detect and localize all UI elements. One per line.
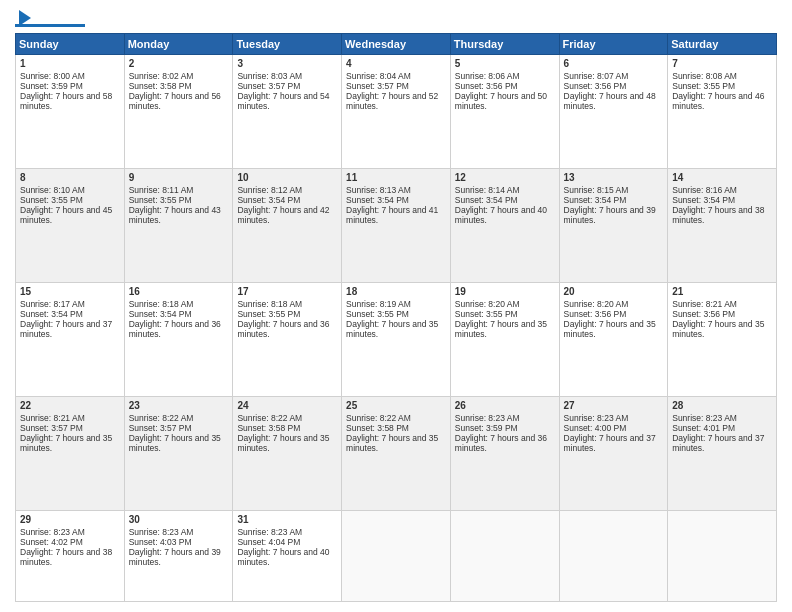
daylight-text: Daylight: 7 hours and 37 minutes. [564,433,656,453]
daylight-text: Daylight: 7 hours and 35 minutes. [346,433,438,453]
daylight-text: Daylight: 7 hours and 36 minutes. [237,319,329,339]
table-row [450,511,559,602]
day-number: 26 [455,400,555,411]
day-number: 20 [564,286,664,297]
sunset-text: Sunset: 3:55 PM [672,81,735,91]
sunset-text: Sunset: 3:56 PM [455,81,518,91]
calendar-table: Sunday Monday Tuesday Wednesday Thursday… [15,33,777,602]
daylight-text: Daylight: 7 hours and 39 minutes. [564,205,656,225]
day-number: 24 [237,400,337,411]
table-row: 14Sunrise: 8:16 AMSunset: 3:54 PMDayligh… [668,169,777,283]
sunrise-text: Sunrise: 8:03 AM [237,71,302,81]
sunrise-text: Sunrise: 8:20 AM [564,299,629,309]
sunset-text: Sunset: 3:55 PM [20,195,83,205]
day-number: 22 [20,400,120,411]
day-number: 21 [672,286,772,297]
daylight-text: Daylight: 7 hours and 43 minutes. [129,205,221,225]
daylight-text: Daylight: 7 hours and 54 minutes. [237,91,329,111]
table-row [559,511,668,602]
col-monday: Monday [124,34,233,55]
table-row: 2Sunrise: 8:02 AMSunset: 3:58 PMDaylight… [124,55,233,169]
sunset-text: Sunset: 3:55 PM [346,309,409,319]
sunset-text: Sunset: 3:55 PM [129,195,192,205]
table-row: 29Sunrise: 8:23 AMSunset: 4:02 PMDayligh… [16,511,125,602]
sunset-text: Sunset: 4:02 PM [20,537,83,547]
day-number: 8 [20,172,120,183]
sunrise-text: Sunrise: 8:02 AM [129,71,194,81]
sunset-text: Sunset: 3:57 PM [129,423,192,433]
daylight-text: Daylight: 7 hours and 35 minutes. [455,319,547,339]
daylight-text: Daylight: 7 hours and 39 minutes. [129,547,221,567]
col-saturday: Saturday [668,34,777,55]
table-row: 8Sunrise: 8:10 AMSunset: 3:55 PMDaylight… [16,169,125,283]
logo [15,10,87,27]
day-number: 14 [672,172,772,183]
table-row: 26Sunrise: 8:23 AMSunset: 3:59 PMDayligh… [450,397,559,511]
sunrise-text: Sunrise: 8:06 AM [455,71,520,81]
sunset-text: Sunset: 3:54 PM [455,195,518,205]
table-row: 15Sunrise: 8:17 AMSunset: 3:54 PMDayligh… [16,283,125,397]
sunset-text: Sunset: 3:57 PM [237,81,300,91]
day-number: 1 [20,58,120,69]
sunrise-text: Sunrise: 8:04 AM [346,71,411,81]
day-number: 18 [346,286,446,297]
table-row: 7Sunrise: 8:08 AMSunset: 3:55 PMDaylight… [668,55,777,169]
sunset-text: Sunset: 4:03 PM [129,537,192,547]
daylight-text: Daylight: 7 hours and 38 minutes. [672,205,764,225]
sunset-text: Sunset: 3:55 PM [237,309,300,319]
sunrise-text: Sunrise: 8:23 AM [672,413,737,423]
table-row: 20Sunrise: 8:20 AMSunset: 3:56 PMDayligh… [559,283,668,397]
daylight-text: Daylight: 7 hours and 46 minutes. [672,91,764,111]
day-number: 19 [455,286,555,297]
sunrise-text: Sunrise: 8:22 AM [346,413,411,423]
sunset-text: Sunset: 3:56 PM [564,309,627,319]
table-row: 23Sunrise: 8:22 AMSunset: 3:57 PMDayligh… [124,397,233,511]
sunset-text: Sunset: 3:58 PM [129,81,192,91]
sunset-text: Sunset: 3:54 PM [129,309,192,319]
table-row: 17Sunrise: 8:18 AMSunset: 3:55 PMDayligh… [233,283,342,397]
daylight-text: Daylight: 7 hours and 50 minutes. [455,91,547,111]
sunrise-text: Sunrise: 8:18 AM [129,299,194,309]
sunrise-text: Sunrise: 8:16 AM [672,185,737,195]
logo-bar [15,24,85,27]
sunset-text: Sunset: 3:54 PM [564,195,627,205]
col-friday: Friday [559,34,668,55]
daylight-text: Daylight: 7 hours and 35 minutes. [346,319,438,339]
sunset-text: Sunset: 3:54 PM [20,309,83,319]
table-row: 25Sunrise: 8:22 AMSunset: 3:58 PMDayligh… [342,397,451,511]
day-number: 3 [237,58,337,69]
daylight-text: Daylight: 7 hours and 52 minutes. [346,91,438,111]
daylight-text: Daylight: 7 hours and 37 minutes. [20,319,112,339]
daylight-text: Daylight: 7 hours and 42 minutes. [237,205,329,225]
sunrise-text: Sunrise: 8:23 AM [129,527,194,537]
sunrise-text: Sunrise: 8:23 AM [237,527,302,537]
table-row: 10Sunrise: 8:12 AMSunset: 3:54 PMDayligh… [233,169,342,283]
sunset-text: Sunset: 3:57 PM [346,81,409,91]
sunrise-text: Sunrise: 8:22 AM [129,413,194,423]
day-number: 28 [672,400,772,411]
sunrise-text: Sunrise: 8:15 AM [564,185,629,195]
day-number: 15 [20,286,120,297]
daylight-text: Daylight: 7 hours and 38 minutes. [20,547,112,567]
sunset-text: Sunset: 3:56 PM [672,309,735,319]
sunset-text: Sunset: 3:56 PM [564,81,627,91]
day-number: 13 [564,172,664,183]
col-wednesday: Wednesday [342,34,451,55]
day-number: 29 [20,514,120,525]
day-number: 30 [129,514,229,525]
daylight-text: Daylight: 7 hours and 48 minutes. [564,91,656,111]
sunset-text: Sunset: 3:59 PM [20,81,83,91]
day-number: 17 [237,286,337,297]
page: Sunday Monday Tuesday Wednesday Thursday… [0,0,792,612]
table-row: 12Sunrise: 8:14 AMSunset: 3:54 PMDayligh… [450,169,559,283]
day-number: 7 [672,58,772,69]
sunset-text: Sunset: 3:54 PM [672,195,735,205]
sunrise-text: Sunrise: 8:22 AM [237,413,302,423]
table-row: 30Sunrise: 8:23 AMSunset: 4:03 PMDayligh… [124,511,233,602]
day-number: 11 [346,172,446,183]
table-row: 24Sunrise: 8:22 AMSunset: 3:58 PMDayligh… [233,397,342,511]
table-row: 11Sunrise: 8:13 AMSunset: 3:54 PMDayligh… [342,169,451,283]
sunrise-text: Sunrise: 8:20 AM [455,299,520,309]
day-number: 6 [564,58,664,69]
table-row: 31Sunrise: 8:23 AMSunset: 4:04 PMDayligh… [233,511,342,602]
